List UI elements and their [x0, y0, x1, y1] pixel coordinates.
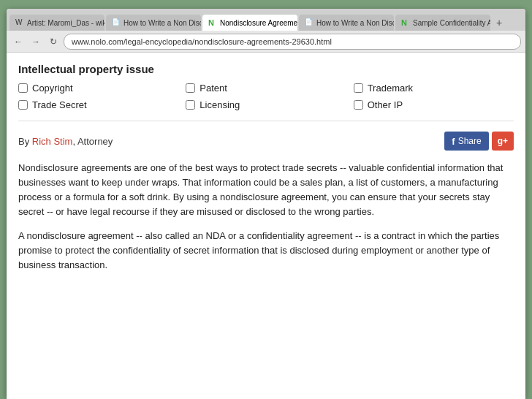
- tab-4[interactable]: 📄 How to Write a Non Discl... ✕: [299, 15, 394, 31]
- body-text: Nondisclosure agreements are one of the …: [18, 161, 514, 273]
- author-row: By Rich Stim, Attorney f Share g+: [18, 132, 514, 151]
- checkbox-licensing-label: Licensing: [200, 99, 240, 110]
- author-link[interactable]: Rich Stim: [32, 136, 73, 147]
- facebook-icon: f: [452, 136, 455, 147]
- address-bar[interactable]: www.nolo.com/legal-encyclopedia/nondiscl…: [64, 34, 521, 50]
- tab-5-favicon: N: [401, 18, 410, 27]
- section-title: Intellectual property issue: [18, 63, 514, 75]
- paragraph-1: Nondisclosure agreements are one of the …: [18, 161, 514, 220]
- checkbox-trade-secret[interactable]: Trade Secret: [18, 99, 178, 110]
- checkbox-grid: Copyright Patent Trademark Trade Secret …: [18, 83, 514, 121]
- checkbox-trade-secret-input[interactable]: [18, 100, 28, 110]
- tab-bar: W Artist: Maromi_Das - wiki... ✕ 📄 How t…: [7, 9, 525, 31]
- checkbox-patent[interactable]: Patent: [186, 83, 346, 94]
- tab-1-label: Artist: Maromi_Das - wiki...: [27, 19, 104, 27]
- author-suffix: , Attorney: [72, 136, 113, 147]
- share-label: Share: [458, 136, 482, 146]
- checkbox-licensing-input[interactable]: [186, 100, 195, 110]
- browser-window: W Artist: Maromi_Das - wiki... ✕ 📄 How t…: [7, 9, 525, 399]
- tab-4-label: How to Write a Non Discl...: [316, 19, 394, 27]
- address-bar-row: ← → ↻ www.nolo.com/legal-encyclopedia/no…: [7, 31, 525, 53]
- tab-2-label: How to Write a Non Discl...: [123, 19, 201, 27]
- gplus-label: g+: [498, 136, 508, 146]
- page-content: Intellectual property issue Copyright Pa…: [7, 53, 525, 399]
- tab-2-favicon: 📄: [112, 18, 121, 27]
- reload-button[interactable]: ↻: [46, 34, 61, 49]
- tab-3-favicon: N: [208, 18, 217, 27]
- new-tab-button[interactable]: +: [492, 15, 506, 31]
- checkbox-patent-label: Patent: [200, 83, 227, 94]
- checkbox-other-ip-input[interactable]: [354, 100, 363, 110]
- checkbox-patent-input[interactable]: [186, 83, 195, 93]
- checkbox-trademark-input[interactable]: [354, 83, 363, 93]
- checkbox-trademark[interactable]: Trademark: [354, 83, 514, 94]
- checkbox-copyright-input[interactable]: [18, 83, 28, 93]
- tab-3-label: Nondisclosure Agreement...: [220, 19, 297, 27]
- author-prefix: By: [18, 136, 32, 147]
- checkbox-licensing[interactable]: Licensing: [186, 99, 346, 110]
- tab-1-favicon: W: [15, 18, 24, 27]
- google-plus-button[interactable]: g+: [492, 132, 514, 151]
- forward-button[interactable]: →: [28, 34, 43, 49]
- checkbox-other-ip[interactable]: Other IP: [354, 99, 514, 110]
- facebook-share-button[interactable]: f Share: [444, 132, 488, 151]
- tab-4-favicon: 📄: [305, 18, 314, 27]
- social-buttons: f Share g+: [444, 132, 514, 151]
- checkbox-trademark-label: Trademark: [368, 83, 413, 94]
- checkbox-copyright-label: Copyright: [32, 83, 73, 94]
- tab-5[interactable]: N Sample Confidentiality Ag... ✕: [395, 15, 490, 31]
- checkbox-trade-secret-label: Trade Secret: [32, 99, 87, 110]
- back-button[interactable]: ←: [11, 34, 26, 49]
- tab-2[interactable]: 📄 How to Write a Non Discl... ✕: [106, 15, 201, 31]
- checkbox-copyright[interactable]: Copyright: [18, 83, 178, 94]
- tab-3[interactable]: N Nondisclosure Agreement... ✕: [202, 15, 297, 31]
- checkbox-other-ip-label: Other IP: [368, 99, 403, 110]
- tab-1[interactable]: W Artist: Maromi_Das - wiki... ✕: [10, 15, 104, 31]
- paragraph-2: A nondisclosure agreement -- also called…: [18, 229, 514, 273]
- url-text: www.nolo.com/legal-encyclopedia/nondiscl…: [72, 37, 332, 46]
- tab-5-label: Sample Confidentiality Ag...: [413, 19, 490, 27]
- author-text: By Rich Stim, Attorney: [18, 136, 113, 147]
